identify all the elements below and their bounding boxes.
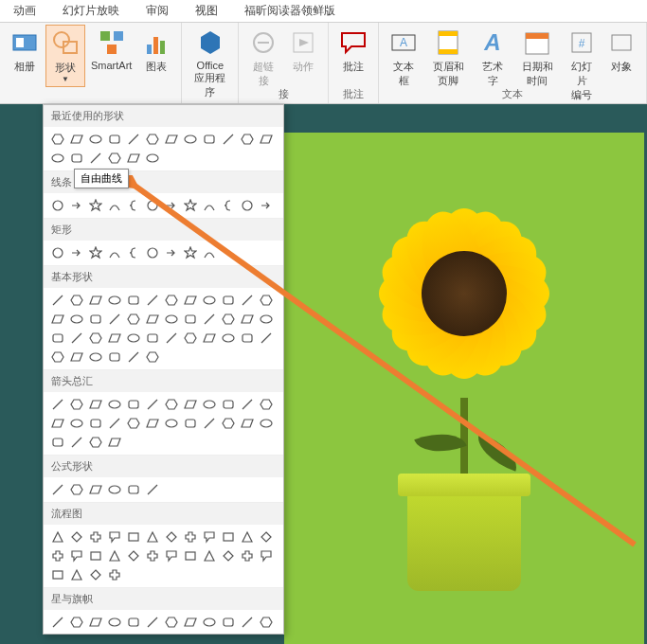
shape-option[interactable] [106, 528, 123, 546]
shape-option[interactable] [87, 292, 104, 309]
shape-option[interactable] [125, 292, 142, 309]
shape-option[interactable] [239, 528, 256, 546]
shape-option[interactable] [106, 434, 123, 451]
shape-option[interactable] [220, 528, 237, 546]
shape-option[interactable] [239, 292, 256, 309]
slide[interactable] [284, 133, 644, 644]
tab-slideshow[interactable]: 幻灯片放映 [49, 0, 133, 22]
shape-option[interactable] [144, 528, 161, 546]
shape-option[interactable] [258, 547, 275, 564]
shape-option[interactable] [182, 415, 199, 432]
shape-option[interactable] [125, 150, 142, 167]
shape-option[interactable] [220, 396, 237, 413]
shape-option[interactable] [163, 197, 180, 214]
shape-option[interactable] [87, 415, 104, 432]
shape-option[interactable] [144, 244, 161, 261]
shape-option[interactable] [163, 330, 180, 347]
comment-button[interactable]: 批注 [334, 25, 372, 77]
shape-option[interactable] [68, 434, 85, 451]
shape-option[interactable] [258, 311, 275, 328]
header-footer-button[interactable]: 页眉和页脚 [424, 25, 472, 91]
shape-option[interactable] [239, 197, 256, 214]
shape-option[interactable] [125, 614, 142, 631]
shape-option[interactable] [258, 197, 275, 214]
shape-option[interactable] [201, 614, 218, 631]
shape-option[interactable] [144, 150, 161, 167]
shape-option[interactable] [163, 614, 180, 631]
shape-option[interactable] [87, 244, 104, 261]
shape-option[interactable] [258, 292, 275, 309]
textbox-button[interactable]: A 文本框 [385, 25, 422, 91]
shape-option[interactable] [201, 197, 218, 214]
shape-option[interactable] [125, 330, 142, 347]
shape-option[interactable] [182, 547, 199, 564]
shape-option[interactable] [49, 481, 66, 498]
shape-option[interactable] [87, 330, 104, 347]
shape-option[interactable] [49, 131, 66, 148]
shape-option[interactable] [87, 547, 104, 564]
shape-option[interactable] [106, 566, 123, 583]
shape-option[interactable] [106, 547, 123, 564]
shape-option[interactable] [49, 633, 66, 635]
shape-option[interactable] [68, 614, 85, 631]
shape-option[interactable] [49, 566, 66, 583]
shape-option[interactable] [68, 311, 85, 328]
shape-option[interactable] [163, 396, 180, 413]
shape-option[interactable] [106, 311, 123, 328]
shape-option[interactable] [239, 614, 256, 631]
shape-option[interactable] [201, 311, 218, 328]
shape-option[interactable] [182, 131, 199, 148]
shape-option[interactable] [125, 528, 142, 546]
shape-option[interactable] [258, 330, 275, 347]
shape-option[interactable] [182, 614, 199, 631]
shape-option[interactable] [49, 415, 66, 432]
shape-option[interactable] [144, 415, 161, 432]
shape-option[interactable] [68, 244, 85, 261]
shape-option[interactable] [239, 396, 256, 413]
shape-option[interactable] [201, 244, 218, 261]
shape-option[interactable] [220, 292, 237, 309]
shape-option[interactable] [201, 330, 218, 347]
hyperlink-button[interactable]: 超链接 [244, 25, 282, 91]
shape-option[interactable] [144, 481, 161, 498]
shape-option[interactable] [163, 547, 180, 564]
shape-option[interactable] [201, 547, 218, 564]
smartart-button[interactable]: SmartArt [87, 25, 135, 74]
shape-option[interactable] [87, 150, 104, 167]
shape-option[interactable] [220, 614, 237, 631]
shape-option[interactable] [201, 292, 218, 309]
shape-option[interactable] [106, 244, 123, 261]
datetime-button[interactable]: 日期和时间 [513, 25, 561, 91]
shape-option[interactable] [68, 396, 85, 413]
shape-option[interactable] [163, 131, 180, 148]
shape-option[interactable] [87, 131, 104, 148]
shape-option[interactable] [144, 396, 161, 413]
shape-option[interactable] [239, 330, 256, 347]
shape-option[interactable] [220, 330, 237, 347]
shape-option[interactable] [49, 311, 66, 328]
shape-option[interactable] [68, 528, 85, 546]
shape-option[interactable] [163, 311, 180, 328]
object-button[interactable]: 对象 [602, 25, 640, 77]
shape-option[interactable] [220, 311, 237, 328]
shape-option[interactable] [239, 311, 256, 328]
shape-option[interactable] [182, 311, 199, 328]
shape-option[interactable] [144, 197, 161, 214]
shape-option[interactable] [125, 244, 142, 261]
shape-option[interactable] [239, 415, 256, 432]
shape-option[interactable] [87, 614, 104, 631]
shape-option[interactable] [68, 150, 85, 167]
shape-option[interactable] [87, 566, 104, 583]
shape-option[interactable] [125, 633, 142, 635]
tab-review[interactable]: 审阅 [133, 0, 182, 22]
shape-option[interactable] [106, 415, 123, 432]
shape-option[interactable] [239, 131, 256, 148]
shape-option[interactable] [182, 528, 199, 546]
shape-option[interactable] [201, 396, 218, 413]
shape-option[interactable] [220, 197, 237, 214]
shape-option[interactable] [239, 547, 256, 564]
shape-option[interactable] [49, 396, 66, 413]
shape-option[interactable] [87, 528, 104, 546]
shape-option[interactable] [49, 528, 66, 546]
shape-option[interactable] [106, 614, 123, 631]
